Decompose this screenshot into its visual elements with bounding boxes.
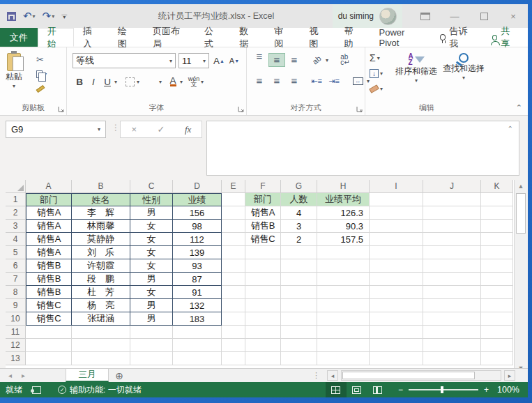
row-header-4[interactable]: 4 xyxy=(6,233,26,246)
cell-G7[interactable] xyxy=(281,273,317,286)
cell-C10[interactable]: 男 xyxy=(130,312,173,326)
worksheet-grid[interactable]: ABCDEFGHIJK1部门姓名性别业绩部门人数业绩平均2销售A李 辉男156销… xyxy=(0,180,514,368)
autosum-button[interactable]: Σ▾ xyxy=(370,52,383,64)
font-name-select[interactable]: 等线▾ xyxy=(73,53,176,68)
sheet-tab-march[interactable]: 三月 xyxy=(66,369,109,382)
cell-J7[interactable] xyxy=(423,273,481,286)
cell-B3[interactable]: 林雨馨 xyxy=(72,220,130,233)
next-sheet-icon[interactable]: ▸ xyxy=(22,372,25,379)
cell-D6[interactable]: 93 xyxy=(173,259,222,273)
column-header-H[interactable]: H xyxy=(317,180,370,193)
cell-G1[interactable]: 人数 xyxy=(281,193,317,206)
cell-E4[interactable] xyxy=(222,233,245,246)
cell-F3[interactable]: 销售B xyxy=(245,220,281,233)
ribbon-tab-审阅[interactable]: 审阅 xyxy=(265,28,300,47)
ribbon-tab-插入[interactable]: 插入 xyxy=(74,28,109,47)
cell-J9[interactable] xyxy=(423,299,481,312)
scroll-left-icon[interactable]: ◂ xyxy=(327,370,338,381)
cell-C3[interactable]: 女 xyxy=(130,220,173,233)
cell-I11[interactable] xyxy=(370,326,423,339)
cell-B11[interactable] xyxy=(72,326,130,339)
row-header-6[interactable]: 6 xyxy=(6,259,26,273)
cell-F12[interactable] xyxy=(245,339,281,352)
cell-K13[interactable] xyxy=(481,352,513,365)
cell-F13[interactable] xyxy=(245,352,281,365)
cell-J13[interactable] xyxy=(423,352,481,365)
cell-K10[interactable] xyxy=(481,312,513,326)
insert-function-icon[interactable]: fx xyxy=(174,121,202,137)
cell-F9[interactable] xyxy=(245,299,281,312)
italic-button[interactable]: I xyxy=(86,74,100,89)
horizontal-scroll-thumb[interactable] xyxy=(342,372,475,379)
cell-E11[interactable] xyxy=(222,326,245,339)
cell-A9[interactable]: 销售C xyxy=(26,299,72,312)
cell-B12[interactable] xyxy=(72,339,130,352)
account-chip[interactable]: du siming xyxy=(333,4,402,28)
row-header-12[interactable]: 12 xyxy=(6,339,26,352)
cell-B4[interactable]: 莫静静 xyxy=(72,233,130,246)
borders-button[interactable] xyxy=(123,74,137,89)
ribbon-tab-数据[interactable]: 数据 xyxy=(230,28,265,47)
fill-color-caret[interactable]: ▾ xyxy=(159,79,162,85)
cell-A2[interactable]: 销售A xyxy=(26,206,72,220)
cell-A13[interactable] xyxy=(26,352,72,365)
row-header-3[interactable]: 3 xyxy=(6,220,26,233)
cell-A7[interactable]: 销售B xyxy=(26,273,72,286)
cell-D2[interactable]: 156 xyxy=(173,206,222,220)
vertical-scrollbar[interactable]: ▲ ▼ xyxy=(514,180,527,374)
cell-H8[interactable] xyxy=(317,286,370,299)
collapse-formula-bar-icon[interactable]: ⌃ xyxy=(508,125,513,132)
decrease-font-icon[interactable]: A▼ xyxy=(227,53,241,68)
clipboard-dialog-launcher-icon[interactable] xyxy=(58,106,64,112)
formula-input[interactable]: ⌃ xyxy=(206,121,519,176)
cell-B10[interactable]: 张珺涵 xyxy=(72,312,130,326)
fill-button[interactable]: ↓▾ xyxy=(370,67,383,79)
cell-E6[interactable] xyxy=(222,259,245,273)
ribbon-tab-绘图[interactable]: 绘图 xyxy=(109,28,144,47)
cell-H5[interactable] xyxy=(317,246,370,259)
alignment-dialog-launcher-icon[interactable] xyxy=(356,106,363,112)
cell-H3[interactable]: 90.3 xyxy=(317,220,370,233)
cell-K9[interactable] xyxy=(481,299,513,312)
new-sheet-icon[interactable]: ⊕ xyxy=(109,369,130,382)
cell-D7[interactable]: 87 xyxy=(173,273,222,286)
column-header-A[interactable]: A xyxy=(26,180,72,193)
cell-H1[interactable]: 业绩平均 xyxy=(317,193,370,206)
ribbon-display-options-icon[interactable] xyxy=(411,4,440,28)
align-left-icon[interactable]: ≡ xyxy=(251,74,268,88)
ribbon-tab-Power Pivot[interactable]: Power Pivot xyxy=(370,28,433,47)
cell-K1[interactable] xyxy=(481,193,513,206)
orientation-icon[interactable]: ab xyxy=(308,53,325,67)
enter-icon[interactable]: ✓ xyxy=(148,121,175,137)
paste-button[interactable]: 粘贴 ▾ xyxy=(6,53,22,89)
cell-E13[interactable] xyxy=(222,352,245,365)
cell-E1[interactable] xyxy=(222,193,245,206)
cell-J1[interactable] xyxy=(423,193,481,206)
cell-J2[interactable] xyxy=(423,206,481,220)
redo-icon[interactable]: ↷▾ xyxy=(43,10,55,22)
cell-I1[interactable] xyxy=(370,193,423,206)
cell-K5[interactable] xyxy=(481,246,513,259)
cell-F4[interactable]: 销售C xyxy=(245,233,281,246)
format-painter-button[interactable] xyxy=(36,82,47,95)
ribbon-tab-页面布局[interactable]: 页面布局 xyxy=(144,28,195,47)
cell-F8[interactable] xyxy=(245,286,281,299)
cell-J3[interactable] xyxy=(423,220,481,233)
zoom-in-icon[interactable]: + xyxy=(484,385,489,395)
ribbon-tab-公式[interactable]: 公式 xyxy=(195,28,230,47)
cell-B7[interactable]: 段 鹏 xyxy=(72,273,130,286)
cell-H11[interactable] xyxy=(317,326,370,339)
splitter-handle[interactable]: ⋮ xyxy=(312,371,320,380)
phonetic-caret[interactable]: ▾ xyxy=(201,79,204,85)
cell-B13[interactable] xyxy=(72,352,130,365)
bold-button[interactable]: B xyxy=(73,74,86,89)
row-header-7[interactable]: 7 xyxy=(6,273,26,286)
align-right-icon[interactable]: ≡ xyxy=(286,74,303,88)
cell-K2[interactable] xyxy=(481,206,513,220)
row-header-2[interactable]: 2 xyxy=(6,206,26,220)
zoom-level[interactable]: 100% xyxy=(496,385,528,395)
tell-me-button[interactable]: 告诉我 xyxy=(433,28,482,47)
cell-C4[interactable]: 女 xyxy=(130,233,173,246)
cell-K8[interactable] xyxy=(481,286,513,299)
cut-button[interactable]: ✂ xyxy=(36,53,47,66)
